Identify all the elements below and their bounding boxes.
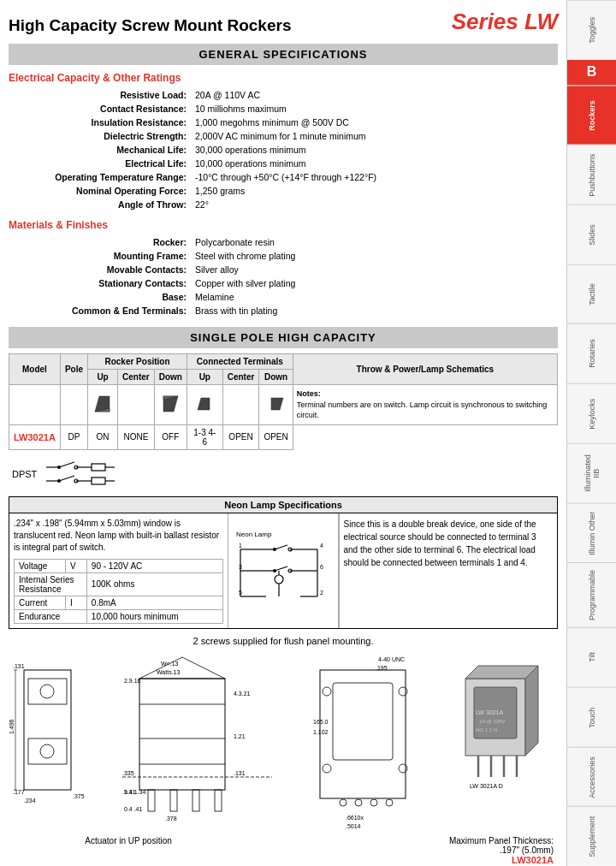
up-term-value: 1-3 4-6 [187,424,222,449]
sidebar-tab-pushbuttons[interactable]: Pushbuttons [567,145,616,205]
svg-text:.177: .177 [13,789,25,795]
svg-text:1.3 1.34: 1.3 1.34 [124,789,145,795]
spec-row: Resistive Load: 20A @ 110V AC [10,89,556,101]
throw-power-header: Throw & Power/Lamp Schematics [293,354,557,385]
spec-row: Operating Temperature Range: -10°C throu… [10,171,556,183]
svg-rect-85 [333,683,393,760]
materials-specs-table: Rocker: Polycarbonate resin Mounting Fra… [9,234,558,318]
current-label: Current [15,596,66,609]
down-pos-value: OFF [154,424,187,449]
spec-label: Rocker: [10,236,190,248]
spec-value: 1,250 grams [192,185,556,197]
svg-text:4.3.21: 4.3.21 [234,691,251,697]
sidebar-tab-rockers[interactable]: Rockers [567,86,616,145]
spec-row: Rocker: Polycarbonate resin [10,236,556,248]
sidebar-tab-illuminated[interactable]: Illuminated IIB [567,443,616,503]
resistance-value: 100K ohms [86,572,222,596]
spec-row: Base: Melamine [10,291,556,303]
up-term-header: Up [187,370,222,385]
spec-value: Melamine [192,291,556,303]
pole-value: DP [60,424,87,449]
svg-text:.131: .131 [13,663,25,669]
spec-label: Movable Contacts: [10,264,190,276]
neon-resistance-row: Internal Series Resistance 100K ohms [15,572,223,596]
spec-value: 30,000 operations minimum [192,144,556,156]
sidebar-tab-keylocks[interactable]: Keylocks [567,383,616,443]
right-sidebar: Toggles B Rockers Pushbuttons Slides Tac… [566,0,616,866]
diagrams-area: 1.496 .375 .234 .131 .177 [9,653,558,865]
spec-value: 20A @ 110V AC [192,89,556,101]
spec-label: Base: [10,291,190,303]
sidebar-tab-tilt[interactable]: Tilt [567,627,616,687]
svg-marker-5 [271,398,283,410]
neon-lamp-left: .234" x .198" (5.94mm x 5.03mm) window i… [9,513,228,628]
sidebar-tab-illuminother[interactable]: Illumin Other [567,503,616,563]
spec-value: Steel with chrome plating [192,250,556,262]
spec-row: Contact Resistance: 10 milliohms maximum [10,103,556,115]
svg-point-53 [40,685,54,698]
spec-label: Dielectric Strength: [10,130,190,142]
rocker-down-term-icon [268,396,285,412]
svg-marker-102 [525,666,538,756]
sidebar-tab-b: B [567,60,616,86]
flush-mount-note: 2 screws supplied for flush panel mounti… [9,636,558,646]
svg-text:1A @ 120V: 1A @ 120V [479,719,505,724]
sidebar-tab-slides[interactable]: Slides [567,205,616,264]
notes-cell: Notes: Terminal numbers are on switch. L… [293,385,557,425]
diagrams-row: 1.496 .375 .234 .131 .177 [9,653,558,833]
svg-text:2: 2 [320,590,323,596]
spec-row: Stationary Contacts: Copper with silver … [10,277,556,289]
svg-rect-12 [92,464,105,471]
svg-text:3: 3 [239,564,242,570]
dpst-circuit-diagram [42,457,119,491]
svg-text:1.102: 1.102 [313,729,329,735]
svg-rect-63 [139,679,225,790]
single-pole-header: SINGLE POLE HIGH CAPACITY [9,327,558,348]
current-value: 0.8mA [86,596,222,609]
spec-label: Stationary Contacts: [10,277,190,289]
spec-label: Nominal Operating Force: [10,185,190,197]
spec-row: Mechanical Life: 30,000 operations minim… [10,144,556,156]
diagram-3: 165.0 1.102 .6610x .5014 4-40 UNC .195 [309,653,420,826]
neon-lamp-section: Neon Lamp Specifications .234" x .198" (… [9,496,558,629]
sidebar-tab-programmable[interactable]: Programmable [567,562,616,627]
spec-row: Angle of Throw: 22° [10,199,556,211]
connected-terminals-header: Connected Terminals [187,354,293,370]
sidebar-tab-touch[interactable]: Touch [567,687,616,747]
spec-label: Angle of Throw: [10,199,190,211]
svg-text:.131: .131 [234,770,246,776]
voltage-label: Voltage [15,559,66,572]
up-col-header: Up [88,370,118,385]
svg-rect-20 [92,477,105,484]
electrical-section-title: Electrical Capacity & Other Ratings [9,72,558,84]
voltage-unit: V [66,559,87,572]
svg-point-88 [323,764,331,773]
spec-value: 1,000 megohms minimum @ 500V DC [192,116,556,128]
sidebar-tab-supplement[interactable]: Supplement [567,806,616,866]
sidebar-tab-toggles[interactable]: Toggles [567,0,616,60]
center-col-header: Center [118,370,155,385]
svg-text:Watts.13: Watts.13 [157,669,180,675]
svg-marker-71 [139,657,225,679]
spec-value: Polycarbonate resin [192,236,556,248]
svg-text:NO  1  2  N: NO 1 2 N [476,727,497,733]
svg-rect-70 [215,790,222,811]
down-icon-cell [154,385,187,425]
center-term-header: Center [222,370,259,385]
dpst-label: DPST [12,469,37,479]
svg-text:.6610x: .6610x [346,815,364,821]
sidebar-tab-accessories[interactable]: Accessories [567,747,616,807]
svg-text:LW 3021A D: LW 3021A D [470,783,503,789]
model-icon-spacer [9,385,61,425]
page-title: High Capacity Screw Mount Rockers [9,16,291,35]
svg-text:4-40 UNC: 4-40 UNC [378,656,405,662]
svg-line-8 [59,462,74,467]
sidebar-tab-tactile[interactable]: Tactile [567,264,616,324]
dpst-row: DPST [12,457,558,491]
svg-text:.375: .375 [73,793,85,799]
neon-endurance-row: Endurance 10,000 hours minimum [15,609,223,623]
svg-rect-50 [24,670,71,790]
spec-row: Movable Contacts: Silver alloy [10,264,556,276]
svg-point-42 [275,575,283,584]
sidebar-tab-rotaries[interactable]: Rotaries [567,323,616,383]
